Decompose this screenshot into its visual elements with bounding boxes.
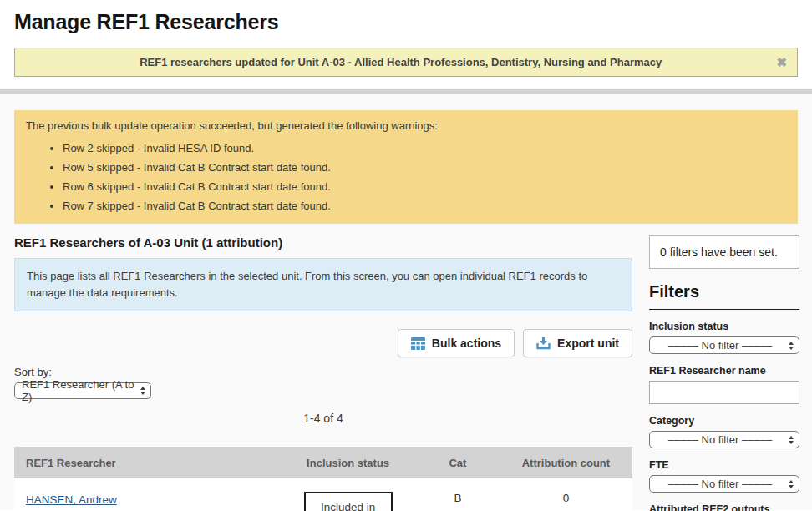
filter-ref2-outputs: Attributed REF2 outputs ––––– No filter … <box>649 503 799 511</box>
actions-row: Bulk actions Export unit <box>14 329 632 357</box>
page-header: Manage REF1 Researchers REF1 researchers… <box>0 0 812 77</box>
download-icon <box>536 337 551 350</box>
filter-label: Inclusion status <box>649 321 799 332</box>
filter-researcher-name: REF1 Researcher name <box>649 365 799 404</box>
notification-message: REF1 researchers updated for Unit A-03 -… <box>25 56 776 68</box>
content-area: The previous bulk update operation succe… <box>0 94 812 510</box>
fte-select[interactable]: ––––– No filter ––––– <box>649 475 799 493</box>
filter-inclusion-status: Inclusion status ––––– No filter ––––– <box>649 321 799 354</box>
warning-item: Row 6 skipped - Invalid Cat B Contract s… <box>63 180 786 193</box>
header-inclusion-status: Inclusion status <box>280 447 416 478</box>
filter-label: FTE <box>649 459 799 471</box>
table-row: HANSEN, Andrew Proprietary ID: ahansen M… <box>14 478 632 511</box>
info-panel: This page lists all REF1 Researchers in … <box>14 258 632 311</box>
warning-item: Row 5 skipped - Invalid Cat B Contract s… <box>63 161 786 174</box>
category-value: B <box>416 478 500 511</box>
researchers-table: REF1 Researcher Inclusion status Cat Att… <box>14 447 632 511</box>
inclusion-status-badge: Included in submission <box>304 492 393 511</box>
warning-intro: The previous bulk update operation succe… <box>26 119 786 132</box>
select-arrows-icon <box>789 342 794 350</box>
bulk-actions-button[interactable]: Bulk actions <box>398 329 515 357</box>
sort-by-label: Sort by: <box>14 366 632 378</box>
warning-item: Row 7 skipped - Invalid Cat B Contract s… <box>63 200 786 212</box>
export-unit-button[interactable]: Export unit <box>523 329 632 357</box>
filter-category: Category ––––– No filter ––––– <box>649 415 799 448</box>
select-value: ––––– No filter ––––– <box>668 433 772 446</box>
attribution-count-value: 0 <box>500 478 632 511</box>
filter-label: REF1 Researcher name <box>649 365 799 377</box>
page-title: Manage REF1 Researchers <box>14 10 798 34</box>
select-value: ––––– No filter ––––– <box>668 339 772 352</box>
table-grid-icon <box>411 337 425 350</box>
header-attribution-count: Attribution count <box>500 447 632 478</box>
filter-label: Category <box>649 415 799 427</box>
select-arrows-icon <box>140 387 145 395</box>
pagination-status: 1-4 of 4 <box>14 412 632 425</box>
warning-list: Row 2 skipped - Invalid HESA ID found. R… <box>26 142 786 212</box>
category-select[interactable]: ––––– No filter ––––– <box>649 431 799 448</box>
warning-panel: The previous bulk update operation succe… <box>14 110 798 224</box>
select-arrows-icon <box>789 436 794 444</box>
filters-sidebar: 0 filters have been set. Filters Inclusi… <box>649 235 799 511</box>
sort-select-value: REF1 Researcher (A to Z) <box>22 378 135 403</box>
filters-set-notice: 0 filters have been set. <box>649 235 799 269</box>
researcher-name-input[interactable] <box>649 381 799 404</box>
inclusion-status-select[interactable]: ––––– No filter ––––– <box>649 336 799 354</box>
select-arrows-icon <box>789 480 794 488</box>
bulk-actions-label: Bulk actions <box>432 336 501 350</box>
main-column: REF1 Researchers of A-03 Unit (1 attribu… <box>14 235 632 511</box>
warning-item: Row 2 skipped - Invalid HESA ID found. <box>63 142 786 154</box>
close-icon[interactable]: ✖ <box>776 56 787 68</box>
filter-fte: FTE ––––– No filter ––––– <box>649 459 799 493</box>
sort-control: Sort by: REF1 Researcher (A to Z) <box>14 366 632 399</box>
export-unit-label: Export unit <box>557 336 619 350</box>
select-value: ––––– No filter ––––– <box>668 478 772 490</box>
notification-bar: REF1 researchers updated for Unit A-03 -… <box>14 48 798 77</box>
table-header-row: REF1 Researcher Inclusion status Cat Att… <box>14 447 632 478</box>
sort-select[interactable]: REF1 Researcher (A to Z) <box>14 382 151 399</box>
researcher-link[interactable]: HANSEN, Andrew <box>26 493 117 506</box>
header-researcher: REF1 Researcher <box>14 447 280 478</box>
filters-title: Filters <box>649 282 799 310</box>
filter-label: Attributed REF2 outputs <box>649 503 799 511</box>
header-cat: Cat <box>416 447 500 478</box>
section-title: REF1 Researchers of A-03 Unit (1 attribu… <box>14 235 632 250</box>
